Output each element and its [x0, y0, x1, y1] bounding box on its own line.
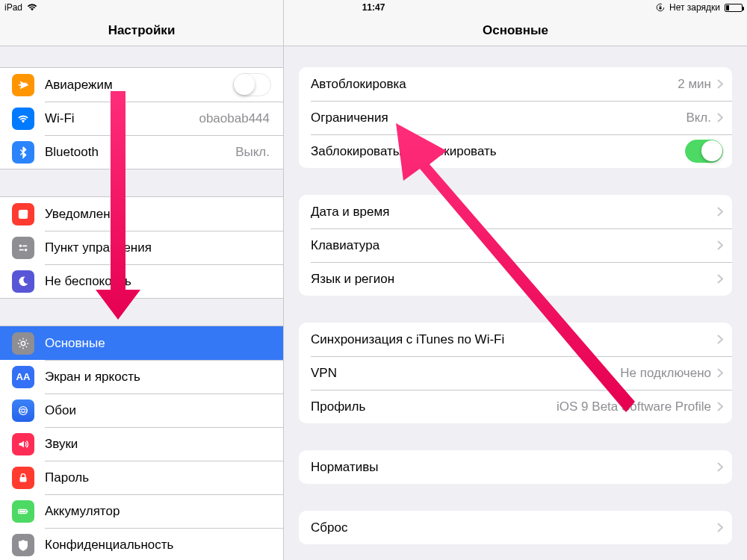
sidebar-item-control-center[interactable]: Пункт управления [0, 231, 283, 264]
chevron-right-icon [717, 79, 723, 89]
sidebar-item-dnd[interactable]: Не беспокоить [0, 264, 283, 298]
dnd-icon [12, 270, 34, 293]
sidebar-item-label: Уведомления [45, 207, 271, 222]
row-label: VPN [311, 366, 620, 381]
device-label: iPad [4, 2, 22, 13]
status-bar: iPad 11:47 Нет зарядки [0, 0, 747, 15]
notifications-icon [12, 203, 34, 225]
svg-rect-12 [20, 477, 27, 482]
row-value: 2 мин [678, 77, 711, 92]
sidebar-item-label: Пункт управления [45, 240, 271, 255]
sidebar-item-label: Авиарежим [45, 78, 223, 93]
sidebar-item-airplane[interactable]: Авиарежим [0, 68, 283, 102]
row-label: Профиль [311, 399, 557, 414]
general-icon [12, 332, 34, 355]
sidebar-item-label: Звуки [45, 437, 271, 452]
svg-point-11 [19, 408, 28, 412]
sidebar-item-label: Пароль [45, 470, 271, 485]
chevron-right-icon [717, 462, 723, 472]
chevron-right-icon [717, 240, 723, 250]
row-label: Автоблокировка [311, 77, 678, 92]
row-label: Язык и регион [311, 272, 717, 287]
sidebar-item-wifi[interactable]: Wi-Fi obaobab444 [0, 102, 283, 135]
wifi-icon [27, 4, 37, 11]
svg-point-3 [24, 209, 28, 213]
row-legal[interactable]: Нормативы [299, 450, 732, 484]
row-keyboard[interactable]: Клавиатура [299, 228, 732, 262]
display-icon: AA [12, 366, 34, 388]
airplane-icon [12, 74, 34, 96]
sidebar-item-label: Не беспокоить [45, 274, 271, 289]
svg-point-6 [25, 248, 28, 251]
sidebar-item-label: Bluetooth [45, 145, 225, 160]
row-profile[interactable]: Профиль iOS 9 Beta Software Profile [299, 390, 732, 423]
sidebar-item-label: Аккумулятор [45, 504, 271, 519]
charging-label: Нет зарядки [669, 2, 720, 13]
row-value: Вкл. [686, 111, 711, 125]
row-language-region[interactable]: Язык и регион [299, 262, 732, 296]
svg-rect-14 [27, 510, 28, 512]
sounds-icon [12, 433, 34, 455]
sidebar-item-battery[interactable]: Аккумулятор [0, 494, 283, 528]
sidebar-item-notifications[interactable]: Уведомления [0, 197, 283, 231]
row-label: Нормативы [311, 460, 717, 475]
row-label: Синхронизация с iTunes по Wi-Fi [311, 332, 717, 347]
row-vpn[interactable]: VPN Не подключено [299, 356, 732, 390]
control-center-icon [12, 237, 34, 259]
bluetooth-icon [12, 141, 34, 164]
svg-point-8 [21, 341, 25, 345]
rotation-lock-icon [656, 3, 665, 12]
row-label: Сброс [311, 520, 717, 535]
sidebar-item-label: Обои [45, 403, 271, 418]
wallpaper-icon [12, 399, 34, 422]
row-label: Заблокировать/разблокировать [311, 144, 685, 159]
chevron-right-icon [717, 207, 723, 217]
row-value: Не подключено [620, 366, 711, 381]
detail-title: Основные [483, 23, 548, 38]
row-lock-unlock[interactable]: Заблокировать/разблокировать [299, 134, 732, 168]
chevron-right-icon [717, 335, 723, 344]
chevron-right-icon [717, 113, 723, 122]
row-value: iOS 9 Beta Software Profile [557, 399, 711, 414]
chevron-right-icon [717, 402, 723, 411]
chevron-right-icon [717, 523, 723, 532]
sidebar-item-display[interactable]: AA Экран и яркость [0, 360, 283, 393]
row-itunes-sync[interactable]: Синхронизация с iTunes по Wi-Fi [299, 323, 732, 356]
sidebar-item-general[interactable]: Основные [0, 326, 283, 360]
svg-point-10 [22, 408, 25, 412]
wifi-value: obaobab444 [199, 111, 270, 126]
row-label: Ограничения [311, 111, 686, 125]
sidebar-item-bluetooth[interactable]: Bluetooth Выкл. [0, 135, 283, 169]
sidebar-item-label: Экран и яркость [45, 370, 271, 385]
privacy-icon [12, 534, 34, 556]
lock-unlock-toggle[interactable] [685, 140, 723, 163]
sidebar-item-privacy[interactable]: Конфиденциальность [0, 528, 283, 560]
sidebar-item-label: Основные [45, 336, 271, 351]
sidebar-title: Настройки [108, 23, 176, 38]
wifi-settings-icon [12, 108, 34, 130]
row-datetime[interactable]: Дата и время [299, 195, 732, 228]
row-restrictions[interactable]: Ограничения Вкл. [299, 101, 732, 134]
row-reset[interactable]: Сброс [299, 511, 732, 544]
battery-settings-icon [12, 500, 34, 523]
sidebar-item-wallpaper[interactable]: Обои [0, 393, 283, 427]
bluetooth-value: Выкл. [235, 145, 270, 160]
svg-rect-15 [19, 510, 25, 512]
clock: 11:47 [362, 2, 385, 13]
svg-rect-5 [22, 245, 27, 246]
sidebar-item-label: Wi-Fi [45, 111, 188, 126]
detail-panel: Основные Автоблокировка 2 мин Ограничени… [284, 0, 747, 560]
passcode-icon [12, 467, 34, 489]
chevron-right-icon [717, 368, 723, 378]
battery-icon [725, 4, 743, 12]
svg-rect-7 [19, 249, 24, 250]
row-label: Дата и время [311, 205, 717, 220]
svg-point-9 [19, 406, 28, 414]
svg-point-4 [19, 244, 22, 247]
chevron-right-icon [717, 274, 723, 284]
sidebar-item-label: Конфиденциальность [45, 538, 271, 553]
sidebar-item-passcode[interactable]: Пароль [0, 461, 283, 494]
sidebar-item-sounds[interactable]: Звуки [0, 427, 283, 461]
airplane-toggle[interactable] [233, 73, 271, 96]
row-autolock[interactable]: Автоблокировка 2 мин [299, 67, 732, 101]
